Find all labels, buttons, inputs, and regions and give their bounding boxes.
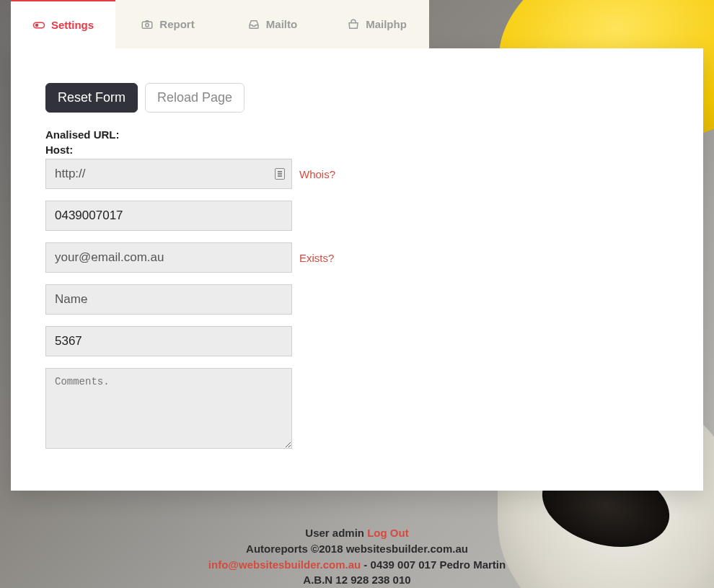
- email-input[interactable]: [45, 242, 292, 273]
- footer-email-link[interactable]: info@websitesbuilder.com.au: [208, 558, 361, 571]
- footer-contact: - 0439 007 017 Pedro Martin: [361, 558, 506, 571]
- tab-label: Mailphp: [366, 18, 407, 30]
- svg-point-1: [35, 23, 39, 27]
- exists-link[interactable]: Exists?: [299, 252, 334, 264]
- analised-url-label: Analised URL:: [45, 128, 669, 141]
- settings-panel: Reset Form Reload Page Analised URL: Hos…: [11, 48, 703, 491]
- footer: User admin Log Out Autoreports ©2018 web…: [0, 491, 714, 588]
- tab-label: Report: [159, 18, 194, 30]
- name-input[interactable]: [45, 284, 292, 315]
- tab-label: Mailto: [266, 18, 297, 30]
- tab-report[interactable]: Report: [115, 0, 220, 48]
- tab-mailto[interactable]: Mailto: [220, 0, 325, 48]
- comments-textarea[interactable]: [45, 368, 292, 449]
- host-input[interactable]: [45, 159, 292, 189]
- pin-input[interactable]: [45, 326, 292, 356]
- phone-input[interactable]: [45, 201, 292, 231]
- whois-link[interactable]: Whois?: [299, 168, 335, 180]
- camera-icon: [141, 18, 154, 31]
- footer-user: User admin: [305, 527, 367, 539]
- shop-icon: [347, 18, 360, 31]
- tabs-bar: Settings Report Mailto Mailphp: [11, 0, 703, 48]
- reset-form-button[interactable]: Reset Form: [45, 83, 138, 113]
- tab-label: Settings: [51, 19, 94, 31]
- footer-abn: A.B.N 12 928 238 010: [0, 572, 714, 588]
- svg-point-3: [146, 23, 149, 27]
- tab-mailphp[interactable]: Mailphp: [325, 0, 429, 48]
- toggle-icon: [32, 19, 45, 32]
- logout-link[interactable]: Log Out: [367, 527, 408, 539]
- svg-rect-2: [143, 22, 153, 28]
- tab-settings[interactable]: Settings: [11, 0, 115, 48]
- host-label: Host:: [45, 144, 669, 156]
- reload-page-button[interactable]: Reload Page: [145, 83, 244, 113]
- inbox-icon: [247, 18, 260, 31]
- footer-copyright: Autoreports ©2018 websitesbuilder.com.au: [0, 541, 714, 557]
